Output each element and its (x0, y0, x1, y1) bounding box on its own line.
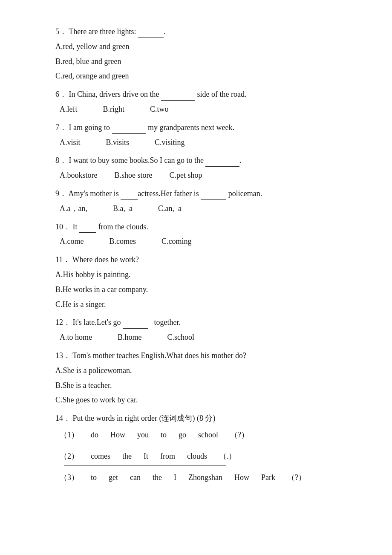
q5-blank[interactable] (138, 29, 164, 38)
q9-blank1[interactable] (121, 191, 138, 200)
q14-item3-row: （3） to get can the I Zhongshan How Park … (55, 471, 341, 484)
q12-optC: C.school (167, 331, 195, 344)
q6-optC: C.two (150, 103, 169, 116)
q8-text: 8． I want to buy some books.So I can go … (55, 154, 341, 167)
q6-optB: B.right (103, 103, 124, 116)
q7-number: 7 (55, 123, 59, 132)
q14-item1-w7: （?） (230, 429, 249, 441)
q9-text: 9． Amy's mother is actress.Her father is… (55, 188, 341, 200)
q14-item2-line[interactable] (64, 465, 226, 465)
q14-item3-num: （3） (60, 471, 79, 484)
q8-optB: B.shoe store (115, 169, 153, 182)
q5-content: There are three lights: . (69, 27, 165, 36)
q8-options: A.bookstore B.shoe store C.pet shop (55, 169, 341, 182)
q5-optC: C.red, orange and green (55, 70, 341, 82)
question-10: 10． It from the clouds. A.come B.comes C… (55, 221, 341, 248)
q8-optC: C.pet shop (170, 169, 202, 182)
q14-item2-w2: the (122, 450, 132, 462)
question-14: 14． Put the words in right order (连词成句) … (55, 412, 341, 483)
question-9: 9． Amy's mother is actress.Her father is… (55, 188, 341, 215)
q10-number: 10 (55, 223, 63, 231)
q14-item3-w6: Zhongshan (188, 471, 222, 484)
q14-item3-w4: the (153, 471, 162, 484)
q14-item3-w9: （?） (287, 471, 306, 484)
q5-optB: B.red, blue and green (55, 55, 341, 68)
q10-content: It from the clouds. (73, 223, 148, 231)
q6-options: A.left B.right C.two (55, 103, 341, 116)
q11-content: Where does he work? (72, 255, 139, 264)
q9-optC: C.an, a (158, 202, 182, 215)
q11-optC: C.He is a singer. (55, 298, 341, 311)
q14-item1: （1） do How you to go school （?） (55, 429, 341, 444)
q14-item3: （3） to get can the I Zhongshan How Park … (55, 471, 341, 484)
q8-content: I want to buy some books.So I can go to … (69, 156, 242, 165)
q7-blank[interactable] (112, 124, 146, 134)
q13-text: 13． Tom's mother teaches English.What do… (55, 350, 341, 362)
q14-item2-w1: comes (91, 450, 110, 462)
q14-item2-w6: （.） (219, 450, 236, 462)
q12-blank[interactable] (123, 320, 148, 329)
q11-optB: B.He works in a car company. (55, 283, 341, 296)
question-13: 13． Tom's mother teaches English.What do… (55, 350, 341, 406)
q12-text: 12． It's late.Let's go together. (55, 316, 341, 329)
q8-optA: A.bookstore (60, 169, 98, 182)
q12-optB: B.home (118, 331, 142, 344)
q12-number: 12 (55, 318, 63, 327)
q13-optB: B.She is a teacher. (55, 379, 341, 392)
q11-text: 11． Where does he work? (55, 254, 341, 266)
q11-number: 11 (55, 255, 63, 264)
q10-optC: C.coming (161, 235, 192, 248)
q14-item3-w3: can (130, 471, 141, 484)
q14-item2: （2） comes the It from clouds （.） (55, 450, 341, 465)
q8-blank[interactable] (205, 158, 239, 167)
q9-blank2[interactable] (201, 191, 226, 200)
q14-item2-w3: It (144, 450, 148, 462)
q14-item2-w5: clouds (187, 450, 207, 462)
q13-content: Tom's mother teaches English.What does h… (72, 351, 246, 360)
q10-optA: A.come (60, 235, 84, 248)
q7-content: I am going to my grandparents next week. (69, 123, 234, 132)
q12-options: A.to home B.home C.school (55, 331, 341, 344)
q10-optB: B.comes (109, 235, 136, 248)
q13-optC: C.She goes to work by car. (55, 394, 341, 406)
q14-item3-w7: How (234, 471, 249, 484)
q11-optA: A.His hobby is painting. (55, 269, 341, 281)
q14-title: 14． Put the words in right order (连词成句) … (55, 412, 341, 425)
q5-text: 5． There are three lights: . (55, 26, 341, 38)
q14-item1-row: （1） do How you to go school （?） (55, 429, 341, 441)
q14-item1-w6: school (198, 429, 218, 441)
question-12: 12． It's late.Let's go together. A.to ho… (55, 316, 341, 344)
q9-optB: B.a, a (113, 202, 133, 215)
q7-optA: A.visit (60, 136, 81, 149)
q6-blank[interactable] (161, 91, 195, 101)
q14-item1-w5: go (179, 429, 186, 441)
q7-text: 7． I am going to my grandparents next we… (55, 121, 341, 134)
q12-optA: A.to home (60, 331, 92, 344)
q10-blank[interactable] (79, 224, 96, 233)
q14-item1-line[interactable] (64, 444, 226, 444)
q14-item1-w3: you (137, 429, 149, 441)
q6-content: In China, drivers drive on the side of t… (69, 90, 247, 98)
q6-text: 6． In China, drivers drive on the side o… (55, 88, 341, 101)
q7-optB: B.visits (106, 136, 130, 149)
question-11: 11． Where does he work? A.His hobby is p… (55, 254, 341, 310)
q7-optC: C.visiting (155, 136, 185, 149)
question-5: 5． There are three lights: . A.red, yell… (55, 26, 341, 82)
q9-number: 9 (55, 189, 59, 198)
q9-optA: A.a，an, (60, 202, 87, 215)
q5-number: 5 (55, 27, 59, 36)
q14-item2-num: （2） (60, 450, 79, 462)
q14-item3-w8: Park (261, 471, 275, 484)
question-7: 7． I am going to my grandparents next we… (55, 121, 341, 149)
q14-number: 14 (55, 414, 63, 422)
q14-item3-w1: to (91, 471, 97, 484)
q6-number: 6 (55, 90, 59, 98)
q14-item1-w1: do (91, 429, 98, 441)
question-6: 6． In China, drivers drive on the side o… (55, 88, 341, 116)
q5-optA: A.red, yellow and green (55, 40, 341, 53)
q13-optA: A.She is a policewoman. (55, 364, 341, 377)
q7-options: A.visit B.visits C.visiting (55, 136, 341, 149)
q14-item1-num: （1） (60, 429, 79, 441)
q14-item2-row: （2） comes the It from clouds （.） (55, 450, 341, 462)
q14-item3-w5: I (174, 471, 176, 484)
